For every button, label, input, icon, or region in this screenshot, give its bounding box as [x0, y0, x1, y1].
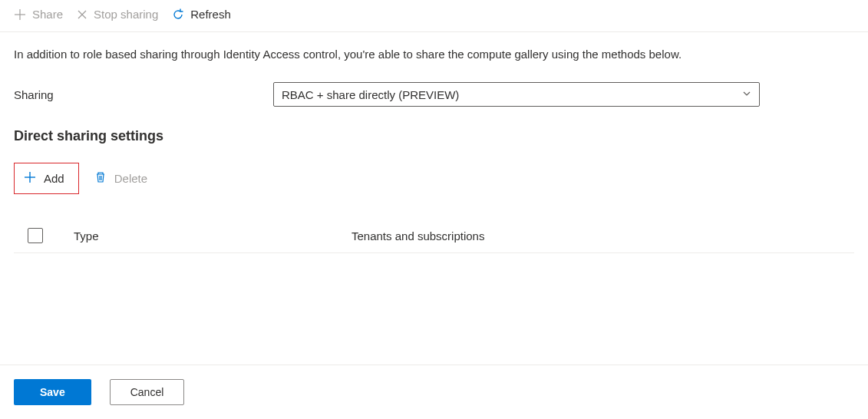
refresh-label: Refresh: [190, 8, 231, 21]
plus-icon: [24, 171, 36, 186]
footer: Save Cancel: [0, 365, 868, 419]
save-button[interactable]: Save: [14, 379, 91, 405]
column-header-tenants[interactable]: Tenants and subscriptions: [351, 229, 484, 242]
sharing-label: Sharing: [14, 88, 273, 101]
content-area: In addition to role based sharing throug…: [0, 32, 868, 253]
trash-icon: [94, 171, 107, 186]
share-button[interactable]: Share: [14, 8, 63, 21]
section-title: Direct sharing settings: [14, 128, 854, 144]
action-row: Add Delete: [14, 163, 854, 194]
description-text: In addition to role based sharing throug…: [14, 48, 854, 61]
column-header-type[interactable]: Type: [74, 229, 351, 242]
stop-sharing-button[interactable]: Stop sharing: [77, 8, 158, 21]
table-header: Type Tenants and subscriptions: [14, 219, 854, 253]
sharing-row: Sharing RBAC + share directly (PREVIEW): [14, 82, 854, 107]
cancel-button[interactable]: Cancel: [110, 379, 185, 405]
select-all-cell: [28, 228, 74, 243]
chevron-down-icon: [742, 88, 751, 101]
sharing-select-value: RBAC + share directly (PREVIEW): [282, 88, 742, 101]
add-button[interactable]: Add: [14, 163, 79, 194]
refresh-icon: [172, 8, 184, 21]
sharing-select[interactable]: RBAC + share directly (PREVIEW): [273, 82, 760, 107]
delete-button[interactable]: Delete: [87, 165, 155, 192]
share-label: Share: [32, 8, 63, 21]
add-label: Add: [44, 172, 64, 185]
refresh-button[interactable]: Refresh: [172, 8, 231, 21]
select-all-checkbox[interactable]: [28, 228, 43, 243]
toolbar: Share Stop sharing Refresh: [0, 0, 868, 32]
close-icon: [77, 9, 87, 20]
delete-label: Delete: [114, 172, 147, 185]
plus-icon: [14, 8, 26, 21]
stop-sharing-label: Stop sharing: [94, 8, 158, 21]
